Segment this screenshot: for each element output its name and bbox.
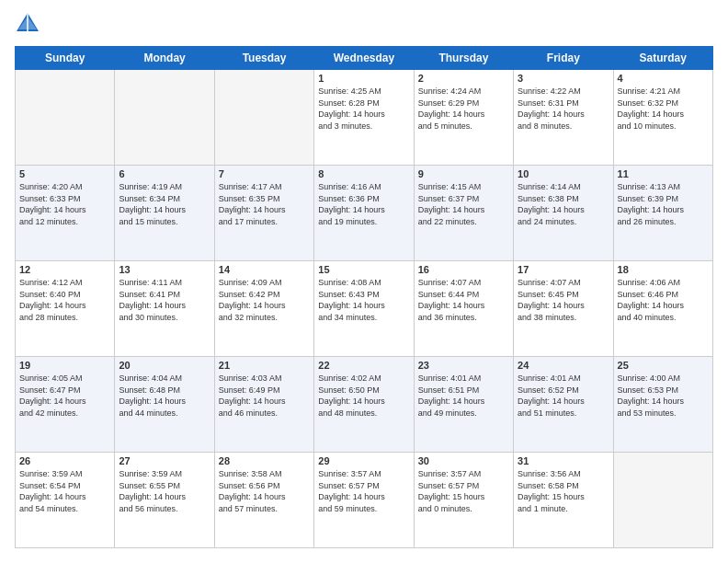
day-cell-4: 4Sunrise: 4:21 AM Sunset: 6:32 PM Daylig…	[613, 70, 712, 166]
header	[15, 15, 713, 37]
day-number-11: 11	[618, 168, 709, 179]
day-number-14: 14	[219, 264, 310, 275]
day-cell-16: 16Sunrise: 4:07 AM Sunset: 6:44 PM Dayli…	[414, 261, 513, 357]
day-info-8: Sunrise: 4:16 AM Sunset: 6:36 PM Dayligh…	[318, 181, 409, 227]
day-number-23: 23	[418, 360, 509, 371]
day-number-22: 22	[318, 360, 409, 371]
day-cell-5: 5Sunrise: 4:20 AM Sunset: 6:33 PM Daylig…	[16, 166, 115, 261]
day-info-20: Sunrise: 4:04 AM Sunset: 6:48 PM Dayligh…	[119, 373, 210, 419]
day-cell-24: 24Sunrise: 4:01 AM Sunset: 6:52 PM Dayli…	[514, 357, 613, 453]
day-info-10: Sunrise: 4:14 AM Sunset: 6:38 PM Dayligh…	[518, 181, 609, 227]
day-cell-30: 30Sunrise: 3:57 AM Sunset: 6:57 PM Dayli…	[414, 453, 513, 548]
day-info-17: Sunrise: 4:07 AM Sunset: 6:45 PM Dayligh…	[518, 277, 609, 323]
day-number-25: 25	[618, 360, 709, 371]
empty-cell	[214, 70, 313, 166]
day-info-30: Sunrise: 3:57 AM Sunset: 6:57 PM Dayligh…	[418, 468, 509, 514]
day-info-14: Sunrise: 4:09 AM Sunset: 6:42 PM Dayligh…	[219, 277, 310, 323]
day-number-16: 16	[418, 264, 509, 275]
day-number-4: 4	[618, 73, 709, 84]
empty-cell	[115, 70, 214, 166]
empty-cell	[613, 453, 712, 548]
day-cell-2: 2Sunrise: 4:24 AM Sunset: 6:29 PM Daylig…	[414, 70, 513, 166]
day-number-2: 2	[418, 73, 509, 84]
day-info-12: Sunrise: 4:12 AM Sunset: 6:40 PM Dayligh…	[19, 277, 110, 323]
weekday-header-tuesday: Tuesday	[214, 47, 313, 70]
calendar-table: SundayMondayTuesdayWednesdayThursdayFrid…	[15, 46, 713, 548]
day-cell-11: 11Sunrise: 4:13 AM Sunset: 6:39 PM Dayli…	[613, 166, 712, 261]
day-number-15: 15	[318, 264, 409, 275]
day-number-7: 7	[219, 168, 310, 179]
logo-icon	[15, 11, 40, 37]
day-number-29: 29	[318, 455, 409, 466]
day-cell-7: 7Sunrise: 4:17 AM Sunset: 6:35 PM Daylig…	[214, 166, 313, 261]
day-cell-20: 20Sunrise: 4:04 AM Sunset: 6:48 PM Dayli…	[115, 357, 214, 453]
day-info-6: Sunrise: 4:19 AM Sunset: 6:34 PM Dayligh…	[119, 181, 210, 227]
day-cell-12: 12Sunrise: 4:12 AM Sunset: 6:40 PM Dayli…	[16, 261, 115, 357]
week-row-1: 1Sunrise: 4:25 AM Sunset: 6:28 PM Daylig…	[16, 70, 713, 166]
day-cell-29: 29Sunrise: 3:57 AM Sunset: 6:57 PM Dayli…	[314, 453, 414, 548]
weekday-header-friday: Friday	[514, 47, 613, 70]
day-number-30: 30	[418, 455, 509, 466]
week-row-5: 26Sunrise: 3:59 AM Sunset: 6:54 PM Dayli…	[16, 453, 713, 548]
weekday-header-wednesday: Wednesday	[314, 47, 414, 70]
day-cell-9: 9Sunrise: 4:15 AM Sunset: 6:37 PM Daylig…	[414, 166, 513, 261]
weekday-header-row: SundayMondayTuesdayWednesdayThursdayFrid…	[16, 47, 713, 70]
day-info-31: Sunrise: 3:56 AM Sunset: 6:58 PM Dayligh…	[518, 468, 609, 514]
day-cell-1: 1Sunrise: 4:25 AM Sunset: 6:28 PM Daylig…	[314, 70, 414, 166]
day-info-5: Sunrise: 4:20 AM Sunset: 6:33 PM Dayligh…	[19, 181, 110, 227]
day-cell-15: 15Sunrise: 4:08 AM Sunset: 6:43 PM Dayli…	[314, 261, 414, 357]
day-number-6: 6	[119, 168, 210, 179]
day-number-27: 27	[119, 455, 210, 466]
day-number-10: 10	[518, 168, 609, 179]
day-cell-13: 13Sunrise: 4:11 AM Sunset: 6:41 PM Dayli…	[115, 261, 214, 357]
day-cell-23: 23Sunrise: 4:01 AM Sunset: 6:51 PM Dayli…	[414, 357, 513, 453]
day-info-18: Sunrise: 4:06 AM Sunset: 6:46 PM Dayligh…	[618, 277, 709, 323]
day-info-21: Sunrise: 4:03 AM Sunset: 6:49 PM Dayligh…	[219, 373, 310, 419]
day-cell-25: 25Sunrise: 4:00 AM Sunset: 6:53 PM Dayli…	[613, 357, 712, 453]
weekday-header-thursday: Thursday	[414, 47, 513, 70]
day-cell-8: 8Sunrise: 4:16 AM Sunset: 6:36 PM Daylig…	[314, 166, 414, 261]
day-number-13: 13	[119, 264, 210, 275]
day-number-24: 24	[518, 360, 609, 371]
day-cell-28: 28Sunrise: 3:58 AM Sunset: 6:56 PM Dayli…	[214, 453, 313, 548]
day-info-13: Sunrise: 4:11 AM Sunset: 6:41 PM Dayligh…	[119, 277, 210, 323]
day-cell-18: 18Sunrise: 4:06 AM Sunset: 6:46 PM Dayli…	[613, 261, 712, 357]
day-number-17: 17	[518, 264, 609, 275]
day-info-28: Sunrise: 3:58 AM Sunset: 6:56 PM Dayligh…	[219, 468, 310, 514]
day-info-9: Sunrise: 4:15 AM Sunset: 6:37 PM Dayligh…	[418, 181, 509, 227]
day-number-31: 31	[518, 455, 609, 466]
day-info-15: Sunrise: 4:08 AM Sunset: 6:43 PM Dayligh…	[318, 277, 409, 323]
day-number-18: 18	[618, 264, 709, 275]
day-info-22: Sunrise: 4:02 AM Sunset: 6:50 PM Dayligh…	[318, 373, 409, 419]
day-info-16: Sunrise: 4:07 AM Sunset: 6:44 PM Dayligh…	[418, 277, 509, 323]
day-cell-14: 14Sunrise: 4:09 AM Sunset: 6:42 PM Dayli…	[214, 261, 313, 357]
day-cell-19: 19Sunrise: 4:05 AM Sunset: 6:47 PM Dayli…	[16, 357, 115, 453]
day-number-21: 21	[219, 360, 310, 371]
day-number-12: 12	[19, 264, 110, 275]
day-cell-27: 27Sunrise: 3:59 AM Sunset: 6:55 PM Dayli…	[115, 453, 214, 548]
day-info-19: Sunrise: 4:05 AM Sunset: 6:47 PM Dayligh…	[19, 373, 110, 419]
day-number-8: 8	[318, 168, 409, 179]
day-cell-3: 3Sunrise: 4:22 AM Sunset: 6:31 PM Daylig…	[514, 70, 613, 166]
day-info-27: Sunrise: 3:59 AM Sunset: 6:55 PM Dayligh…	[119, 468, 210, 514]
day-info-2: Sunrise: 4:24 AM Sunset: 6:29 PM Dayligh…	[418, 86, 509, 132]
day-info-29: Sunrise: 3:57 AM Sunset: 6:57 PM Dayligh…	[318, 468, 409, 514]
day-cell-22: 22Sunrise: 4:02 AM Sunset: 6:50 PM Dayli…	[314, 357, 414, 453]
day-number-19: 19	[19, 360, 110, 371]
day-cell-6: 6Sunrise: 4:19 AM Sunset: 6:34 PM Daylig…	[115, 166, 214, 261]
day-cell-26: 26Sunrise: 3:59 AM Sunset: 6:54 PM Dayli…	[16, 453, 115, 548]
day-cell-10: 10Sunrise: 4:14 AM Sunset: 6:38 PM Dayli…	[514, 166, 613, 261]
week-row-4: 19Sunrise: 4:05 AM Sunset: 6:47 PM Dayli…	[16, 357, 713, 453]
day-info-26: Sunrise: 3:59 AM Sunset: 6:54 PM Dayligh…	[19, 468, 110, 514]
day-info-4: Sunrise: 4:21 AM Sunset: 6:32 PM Dayligh…	[618, 86, 709, 132]
week-row-3: 12Sunrise: 4:12 AM Sunset: 6:40 PM Dayli…	[16, 261, 713, 357]
day-info-24: Sunrise: 4:01 AM Sunset: 6:52 PM Dayligh…	[518, 373, 609, 419]
day-cell-21: 21Sunrise: 4:03 AM Sunset: 6:49 PM Dayli…	[214, 357, 313, 453]
weekday-header-saturday: Saturday	[613, 47, 712, 70]
day-number-3: 3	[518, 73, 609, 84]
day-number-1: 1	[318, 73, 409, 84]
day-number-20: 20	[119, 360, 210, 371]
day-info-7: Sunrise: 4:17 AM Sunset: 6:35 PM Dayligh…	[219, 181, 310, 227]
page: SundayMondayTuesdayWednesdayThursdayFrid…	[0, 0, 728, 563]
weekday-header-monday: Monday	[115, 47, 214, 70]
